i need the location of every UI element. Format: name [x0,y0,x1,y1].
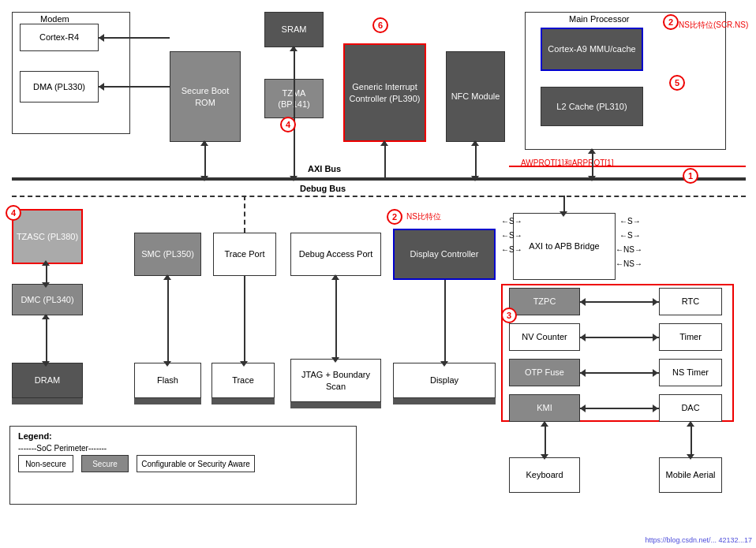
awprot-line [509,166,746,167]
ns-label-right-2: ←S→ [619,231,641,240]
otp-fuse: OTP Fuse [509,359,580,386]
nfc: NFC Module [446,51,505,142]
arr-keyboard-down [541,454,548,460]
arr-gic-up [380,140,388,146]
arr-up-dmc [42,314,50,319]
arr-keyboard-up [541,421,548,427]
arr-dma-left [99,83,104,91]
timer: Timer [659,323,722,351]
axi-bus-line [12,177,746,181]
tzpc: TZPC [509,288,580,315]
ns-label-right-3: ←NS→ [616,245,642,254]
arr-axib-down [560,211,567,217]
conn-tzpc-rtc [580,301,659,303]
arr-mp-up [588,148,596,154]
arr-down-smc [163,361,171,367]
watermark: https://blog.csdn.net/... 42132...17 [645,536,752,544]
dram-bar [12,398,83,404]
dram: DRAM [12,363,83,398]
trace-dashed-v [244,196,245,233]
smc: SMC (PL350) [134,233,201,276]
dma: DMA (PL330) [20,71,99,103]
non-secure-legend: Non-secure [18,455,73,472]
display-controller: Display Controller [393,229,496,280]
arr-nfc-down [471,176,479,181]
v-axib-down [563,196,565,213]
arr-down-dc [440,361,448,367]
v-mp-bus [592,150,593,177]
v-sbr-bus [204,142,206,177]
arr-mobile-down [687,454,694,460]
trace-bar [211,398,275,404]
ns-timer: NS Timer [659,359,722,386]
s-label-2: ←S→ [501,231,522,240]
secure-boot-rom: Secure Boot ROM [170,51,241,142]
debug-bus-line [12,196,746,197]
sram: SRAM [264,12,324,47]
non-secure-box: Non-secure [18,455,73,472]
configurable-box: Configurable or Security Aware [137,455,255,472]
circle-1: 1 [683,168,698,184]
arr-up-tzasc [42,260,50,266]
ns-label-right-1: ←S→ [619,217,641,226]
arr-down-trace [240,361,248,367]
arr-mp-down [588,176,596,181]
v-debug-jtag [335,276,337,359]
ns-bit-label-mid: NS比特位 [406,211,441,222]
s-label-1: ←S→ [501,217,522,226]
arr-left-1 [580,298,586,306]
circle-6: 6 [372,17,388,33]
jtag-bar [290,402,381,408]
secure-legend: Secure [81,455,129,472]
conn-otp-nstimer [580,372,659,374]
s-label-3: ←S→ [501,245,522,254]
debug-access-port: Debug Access Port [290,233,381,276]
arr-mobile-up [687,421,694,427]
display-bar [393,398,496,404]
v-nfc-bus [475,142,477,177]
soc-perimeter-label: -------SoC Perimeter------- [18,444,348,453]
circle-2-top: 2 [663,14,679,30]
dmc: DMC (PL340) [12,284,83,315]
v-dc-display [444,280,446,363]
arr-right-1 [653,298,658,306]
axi-to-apb: AXI to APB Bridge [513,213,616,280]
v-sram-bus [294,47,295,177]
jtag: JTAG + Boundary Scan [290,359,381,402]
diagram: Modem Cortex-R4 DMA (PL330) Secure Boot … [0,0,756,548]
rtc: RTC [659,288,722,315]
legend: Legend: -------SoC Perimeter------- Non-… [9,426,357,505]
arr-down-sbr [200,176,208,181]
arr-down-debug [331,357,339,363]
arr-up-smc [163,274,171,280]
display: Display [393,363,496,398]
legend-items: Non-secure Secure Configurable or Securi… [18,455,348,472]
arr-right-4 [653,404,658,412]
arr-up-sram [290,46,298,51]
modem-label: Modem [40,14,69,24]
arr-right-2 [653,334,658,341]
arr-right-3 [653,369,658,377]
arr-left-2 [580,334,586,341]
v-gic-bus [384,142,386,177]
flash-bar [134,398,201,404]
tzasc: TZASC (PL380) [12,209,83,264]
arr-left-3 [580,369,586,377]
arr-down-sram [290,176,298,181]
kmi: KMI [509,394,580,422]
trace-port: Trace Port [213,233,276,276]
configurable-legend: Configurable or Security Aware [137,455,255,472]
arr-nfc-up [471,140,479,146]
keyboard: Keyboard [509,457,580,493]
h-cortex-r4-right [99,37,170,39]
trace: Trace [211,363,275,398]
nv-counter: NV Counter [509,323,580,351]
v-dmc-dram [46,315,47,363]
debug-bus-label: Debug Bus [300,184,346,193]
v-tzasc-dmc [46,264,47,284]
mobile-aerial: Mobile Aerial [659,457,722,493]
cortex-r4: Cortex-R4 [20,24,99,51]
main-processor-label: Main Processor [569,14,629,24]
flash: Flash [134,363,201,398]
h-dma-right [99,86,170,88]
